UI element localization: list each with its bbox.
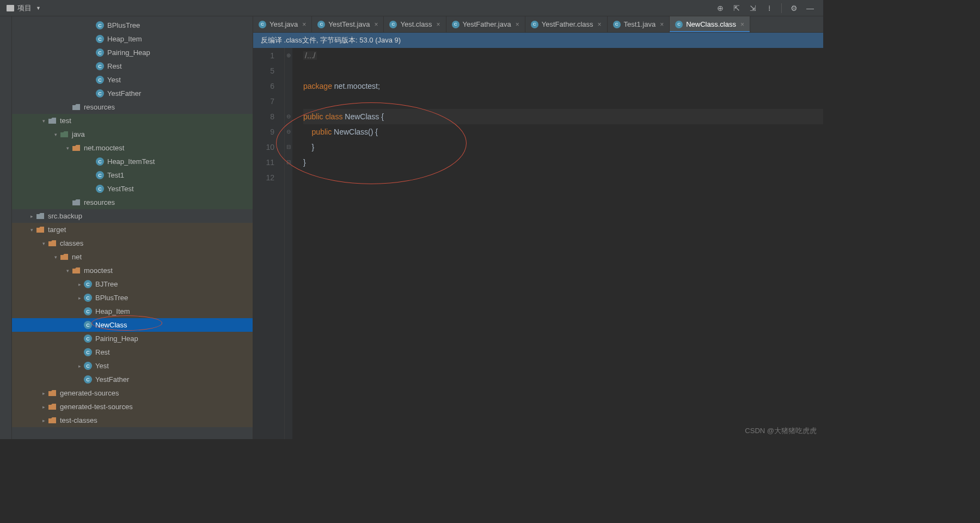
line-number: 10: [253, 139, 274, 155]
class-icon: C: [84, 375, 92, 384]
close-icon[interactable]: ×: [302, 21, 306, 28]
fold-marker[interactable]: [285, 170, 292, 185]
tree-item-YestTest[interactable]: C YestTest: [12, 182, 253, 196]
folded-comment[interactable]: /.../: [303, 51, 317, 60]
editor-tab-YestFather.class[interactable]: C YestFather.class ×: [525, 16, 608, 32]
tree-item-BPlusTree[interactable]: C BPlusTree: [12, 19, 253, 32]
tree-item-YestFather[interactable]: C YestFather: [12, 373, 253, 386]
class-icon: C: [84, 294, 92, 302]
line-number: 9: [253, 124, 274, 139]
tree-arrow[interactable]: [27, 214, 36, 219]
fold-marker[interactable]: ⊖: [285, 109, 292, 124]
tree-arrow[interactable]: [51, 132, 60, 137]
editor-tab-Yest.class[interactable]: C Yest.class ×: [384, 16, 446, 32]
class-icon: C: [96, 171, 104, 179]
fold-marker[interactable]: ⊖: [285, 124, 292, 139]
class-icon: C: [259, 21, 266, 28]
tree-item-generated-test-sources[interactable]: generated-test-sources: [12, 400, 253, 413]
tree-item-Yest[interactable]: C Yest: [12, 73, 253, 87]
tree-item-Pairing_Heap[interactable]: C Pairing_Heap: [12, 332, 253, 345]
tree-arrow[interactable]: [27, 227, 36, 233]
tree-item-Heap_ItemTest[interactable]: C Heap_ItemTest: [12, 155, 253, 168]
source-folder-icon: [60, 131, 68, 137]
tree-arrow[interactable]: [39, 118, 48, 124]
project-icon: [7, 5, 14, 11]
close-icon[interactable]: ×: [740, 21, 744, 28]
expand-all-icon[interactable]: ⇱: [732, 4, 741, 13]
fold-marker[interactable]: ⊟: [285, 139, 292, 155]
editor-tab-YestTest.java[interactable]: C YestTest.java ×: [312, 16, 384, 32]
tree-arrow[interactable]: [75, 363, 84, 369]
class-icon: C: [531, 21, 538, 28]
tree-item-Test1[interactable]: C Test1: [12, 168, 253, 182]
tree-arrow[interactable]: [75, 295, 84, 301]
tree-arrow[interactable]: [39, 418, 48, 423]
tree-label: classes: [60, 239, 83, 247]
tool-window-strip[interactable]: [0, 16, 12, 439]
close-icon[interactable]: ×: [516, 21, 519, 28]
tree-arrow[interactable]: [39, 391, 48, 396]
tree-item-Pairing_Heap[interactable]: C Pairing_Heap: [12, 46, 253, 59]
tree-item-net.mooctest[interactable]: net.mooctest: [12, 141, 253, 155]
tree-item-classes[interactable]: classes: [12, 236, 253, 250]
collapse-all-icon[interactable]: ⇲: [749, 4, 757, 13]
tree-item-generated-sources[interactable]: generated-sources: [12, 386, 253, 400]
close-icon[interactable]: ×: [660, 21, 664, 28]
tab-label: Yest.java: [270, 20, 298, 28]
close-icon[interactable]: ×: [374, 21, 378, 28]
tree-item-mooctest[interactable]: mooctest: [12, 264, 253, 277]
class-icon: C: [389, 21, 397, 28]
tree-arrow[interactable]: [75, 282, 84, 287]
fold-marker[interactable]: ⊕: [285, 48, 292, 63]
gear-icon[interactable]: ⚙: [789, 4, 798, 13]
tree-item-java[interactable]: java: [12, 127, 253, 141]
tree-label: BPlusTree: [95, 294, 128, 302]
line-number: 6: [253, 78, 274, 94]
tree-item-Rest[interactable]: C Rest: [12, 345, 253, 359]
editor-tabs: C Yest.java × C YestTest.java × C Yest.c…: [253, 16, 823, 33]
close-icon[interactable]: ×: [598, 21, 602, 28]
fold-marker[interactable]: [285, 63, 292, 78]
minimize-icon[interactable]: —: [806, 4, 814, 13]
tree-item-resources[interactable]: resources: [12, 100, 253, 114]
tree-item-target[interactable]: target: [12, 223, 253, 236]
tree-item-Heap_Item[interactable]: C Heap_Item: [12, 305, 253, 318]
editor-tab-Yest.java[interactable]: C Yest.java ×: [253, 16, 312, 32]
project-dropdown[interactable]: 项目 ▼: [3, 2, 44, 14]
tree-arrow[interactable]: [51, 254, 60, 260]
tree-item-Heap_Item[interactable]: C Heap_Item: [12, 32, 253, 46]
fold-gutter[interactable]: ⊕⊖⊖⊟⊟: [285, 48, 292, 439]
tree-item-test-classes[interactable]: test-classes: [12, 413, 253, 427]
tree-arrow[interactable]: [63, 145, 72, 151]
tree-label: mooctest: [84, 266, 113, 275]
tree-item-NewClass[interactable]: C NewClass: [12, 318, 253, 332]
tree-item-Rest[interactable]: C Rest: [12, 59, 253, 73]
show-options-icon[interactable]: ⁞: [765, 4, 774, 13]
fold-marker[interactable]: ⊟: [285, 155, 292, 170]
fold-marker[interactable]: [285, 94, 292, 109]
locate-icon[interactable]: ⊕: [716, 4, 725, 13]
tree-item-BPlusTree[interactable]: C BPlusTree: [12, 291, 253, 305]
tree-item-test[interactable]: test: [12, 114, 253, 127]
editor-tab-Test1.java[interactable]: C Test1.java ×: [608, 16, 670, 32]
editor-tab-NewClass.class[interactable]: C NewClass.class ×: [670, 16, 750, 32]
tree-arrow[interactable]: [39, 241, 48, 246]
tree-arrow[interactable]: [39, 404, 48, 410]
tree-item-YestFather[interactable]: C YestFather: [12, 87, 253, 100]
resources-folder-icon: [72, 199, 80, 205]
decompile-banner: 反编译 .class文件, 字节码版本: 53.0 (Java 9): [253, 33, 823, 48]
tree-arrow[interactable]: [63, 268, 72, 273]
code-editor[interactable]: /.../ package net.mooctest; public class…: [292, 48, 823, 439]
editor-tab-YestFather.java[interactable]: C YestFather.java ×: [446, 16, 525, 32]
tree-item-Yest[interactable]: C Yest: [12, 359, 253, 373]
fold-marker[interactable]: [285, 78, 292, 94]
class-icon: C: [96, 48, 104, 57]
tree-label: BJTree: [95, 280, 118, 288]
tree-item-resources[interactable]: resources: [12, 196, 253, 209]
tree-label: Pairing_Heap: [95, 335, 138, 343]
tree-item-net[interactable]: net: [12, 250, 253, 264]
tree-item-src.backup[interactable]: src.backup: [12, 209, 253, 223]
tree-item-BJTree[interactable]: C BJTree: [12, 277, 253, 291]
tab-label: NewClass.class: [686, 20, 736, 28]
close-icon[interactable]: ×: [437, 21, 440, 28]
